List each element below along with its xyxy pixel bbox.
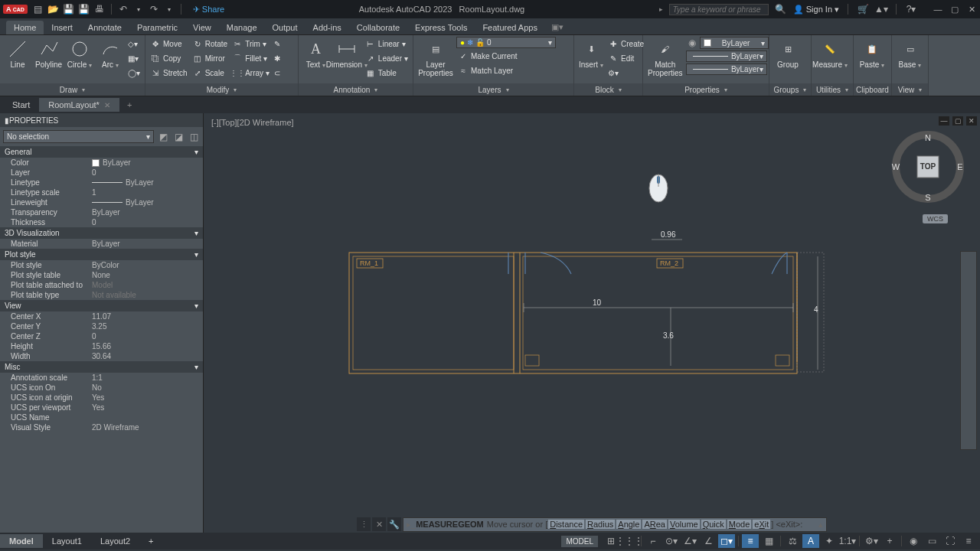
tab-output[interactable]: Output [265,21,305,34]
new-icon[interactable]: ▤ [32,3,44,15]
cmd-handle-icon[interactable]: ⋮ [357,517,371,531]
tab-more-icon[interactable]: ▣▾ [545,20,570,34]
mirror-button[interactable]: ◫Mirror [191,51,229,65]
layer-selector[interactable]: ●❄🔓0▾ [456,37,556,48]
layer-properties-button[interactable]: ▤LayerProperties [416,37,455,79]
undo-dd-icon[interactable]: ▾ [132,3,145,15]
pim-icon[interactable]: ◩ [157,131,169,143]
workspace-icon[interactable]: ⚙▾ [863,534,880,548]
nav-bar[interactable] [960,251,977,450]
redo-dd-icon[interactable]: ▾ [163,3,175,15]
polar-icon[interactable]: ⊙▾ [663,534,680,548]
tab-manage[interactable]: Manage [219,21,265,34]
tab-featured[interactable]: Featured Apps [475,21,545,34]
cart-icon[interactable]: 🛒 [857,3,869,15]
circle-button[interactable]: Circle [65,37,94,70]
panel-utilities-title[interactable]: Utilities [812,83,853,96]
add-layout-icon[interactable]: + [139,534,162,548]
polyline-button[interactable]: Polyline [34,37,64,70]
annoscale2-icon[interactable]: A [802,534,819,548]
base-button[interactable]: ▭Base [895,37,925,70]
hatch-icon[interactable]: ▦▾ [126,51,142,65]
dimension-button[interactable]: Dimension [332,37,362,70]
scale-icon[interactable]: 1:1▾ [839,534,856,548]
selection-selector[interactable]: No selection▾ [3,130,154,143]
line-button[interactable]: Line [3,37,32,70]
drawing-canvas[interactable]: [-][Top][2D Wireframe] — ▢ ✕ [204,113,980,533]
isolate-icon[interactable]: ◉ [905,534,922,548]
tab-document[interactable]: RoomLayout*✕ [39,98,119,112]
cmd-settings-icon[interactable]: 🔧 [387,517,401,531]
close-icon[interactable]: ✕ [966,4,977,15]
tab-annotate[interactable]: Annotate [80,21,129,34]
ellipse-icon[interactable]: ◯▾ [126,66,142,80]
arc-button[interactable]: Arc [96,37,125,70]
tab-addins[interactable]: Add-ins [305,21,349,34]
tab-collaborate[interactable]: Collaborate [349,21,407,34]
edit-button[interactable]: ✎Edit [606,51,645,65]
tab-express[interactable]: Express Tools [407,21,475,34]
offset-icon[interactable]: ⊂ [273,66,282,80]
scale-button[interactable]: ⤢Scale [191,66,229,80]
open-icon[interactable]: 📂 [47,3,60,15]
osnap-icon[interactable]: ◻▾ [718,534,735,548]
tab-parametric[interactable]: Parametric [129,21,185,34]
color-selector[interactable]: ByLayer▾ [700,37,769,49]
panel-view-title[interactable]: View [892,83,928,96]
section-plot[interactable]: Plot style▾ [0,249,203,260]
annomonitor-icon[interactable]: + [881,534,898,548]
share-button[interactable]: ✈ Share [193,5,224,15]
otrack-icon[interactable]: ∠ [700,534,717,548]
save-icon[interactable]: 💾 [63,3,75,15]
maximize-icon[interactable]: ▢ [949,4,960,15]
linear-button[interactable]: ⊢Linear ▾ [364,37,410,51]
lineweight-icon[interactable]: ≡ [742,534,759,548]
plot-icon[interactable]: 🖶 [93,3,106,15]
snap-icon[interactable]: ⋮⋮⋮ [621,534,638,548]
drawing-svg[interactable]: RM_1 RM_2 0.96 10 3.6 4 [204,113,980,533]
panel-block-title[interactable]: Block [574,83,642,96]
group-button[interactable]: ⊞Group [773,37,803,70]
trim-button[interactable]: ✂Trim ▾ [230,37,271,51]
quick-select-icon[interactable]: ◪ [172,131,185,143]
tab-home[interactable]: Home [6,21,44,34]
linetype-selector[interactable]: ByLayer▾ [686,64,767,75]
rect-icon[interactable]: ◇▾ [126,37,142,51]
viewcube[interactable]: TOP N S W E [890,129,966,205]
paste-button[interactable]: 📋Paste [857,37,887,70]
help-icon[interactable]: ?▾ [905,3,917,15]
blockattr-icon[interactable]: ⚙▾ [606,66,645,80]
panel-layers-title[interactable]: Layers [413,83,573,96]
minimize-icon[interactable]: — [933,4,943,15]
match-layer-button[interactable]: ≈Match Layer [456,64,570,77]
color-wheel-icon[interactable]: ◉ [686,37,698,49]
copy-button[interactable]: ⿻Copy [149,51,189,65]
section-view[interactable]: View▾ [0,300,203,311]
section-misc[interactable]: Misc▾ [0,361,203,373]
panel-groups-title[interactable]: Groups [769,83,811,96]
search-icon[interactable]: 🔍 [775,3,787,15]
section-general[interactable]: General▾ [0,146,203,158]
undo-icon[interactable]: ↶ [117,3,129,15]
tab-model[interactable]: Model [0,534,43,548]
leader-button[interactable]: ↗Leader ▾ [364,51,410,65]
measure-button[interactable]: 📏Measure [815,37,845,70]
panel-properties-title[interactable]: Properties [643,83,769,96]
hardware-icon[interactable]: ▭ [923,534,940,548]
tab-insert[interactable]: Insert [44,21,80,34]
annoscale3-icon[interactable]: ✦ [821,534,838,548]
annoscale-icon[interactable]: ⚖ [784,534,801,548]
search-input[interactable] [669,4,769,15]
add-tab-icon[interactable]: + [119,98,139,112]
isodraw-icon[interactable]: ∠▾ [681,534,698,548]
create-button[interactable]: ✚Create [606,37,645,51]
saveas-icon[interactable]: 💾 [78,3,90,15]
app-icon[interactable]: ▲▾ [875,3,887,15]
customize-icon[interactable]: ≡ [960,534,977,548]
signin-button[interactable]: 👤 Sign In ▾ [793,5,839,15]
ortho-icon[interactable]: ⌐ [645,534,662,548]
stretch-button[interactable]: ⇲Stretch [149,66,189,80]
erase-icon[interactable]: ✎ [273,37,282,51]
make-current-button[interactable]: ✓Make Current [456,49,570,63]
array-button[interactable]: ⋮⋮Array ▾ [230,66,271,80]
